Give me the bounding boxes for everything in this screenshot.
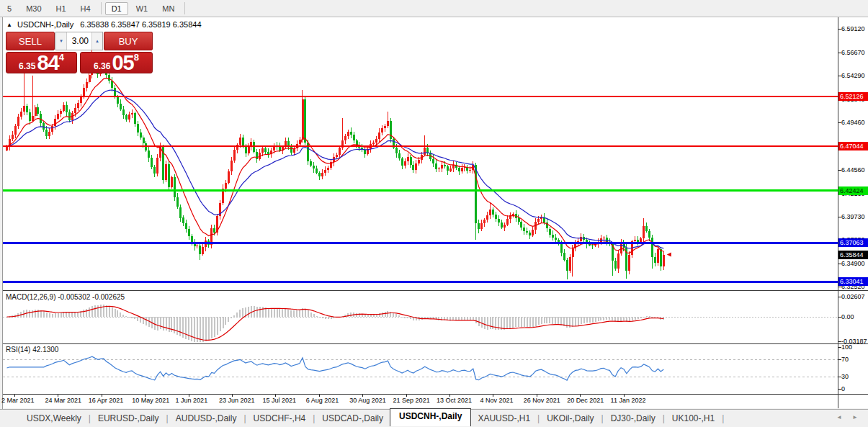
chart-tab-eurusd-daily[interactable]: EURUSD-,Daily	[91, 411, 166, 426]
x-axis-date-label: 2 Mar 2021	[1, 397, 35, 404]
chart-tab-xauusd-h1[interactable]: XAUUSD-,H1	[471, 411, 537, 426]
buy-price-big-digits: 05	[112, 53, 133, 72]
chart-tab-audusd-daily[interactable]: AUDUSD-,Daily	[169, 411, 243, 426]
price-line-label: 6.42424	[838, 186, 868, 195]
y-axis-tick: 70	[841, 355, 868, 364]
one-click-trading-panel: SELL ▼ ▲ BUY 6.35 84 4 6.36 05 8	[6, 32, 153, 73]
buy-price-display[interactable]: 6.36 05 8	[80, 52, 153, 73]
y-axis-tick: 6.54290	[841, 71, 868, 80]
y-axis-tick: 0	[841, 385, 868, 393]
buy-price-pipette: 8	[134, 53, 139, 62]
y-axis-tick: 100	[841, 343, 868, 351]
y-axis-tick: 0.02607	[841, 292, 868, 301]
timeframe-button-h4[interactable]: H4	[74, 2, 97, 15]
x-axis-date-label: 30 Aug 2021	[349, 397, 386, 404]
toolbar-separator	[184, 2, 185, 14]
timeframe-button-w1[interactable]: W1	[130, 2, 155, 15]
timeframe-button-m30[interactable]: M30	[19, 2, 48, 15]
y-axis-tick: 6.44560	[841, 166, 868, 174]
x-axis-date-label: 23 Jun 2021	[219, 397, 255, 404]
x-axis-date-label: 26 Nov 2021	[524, 397, 560, 404]
y-axis-tick: 6.39730	[841, 212, 868, 221]
x-axis-date-label: 16 Apr 2021	[89, 397, 124, 404]
tab-separator: |	[721, 413, 725, 423]
sell-price-display[interactable]: 6.35 84 4	[6, 52, 77, 73]
sell-price-big-digits: 84	[37, 53, 58, 72]
y-axis-tick: 6.56670	[841, 48, 868, 57]
chart-symbol-label: USDCNH-,Daily	[17, 20, 73, 29]
sell-price-pipette: 4	[59, 53, 64, 62]
x-axis-date-label: 11 Jan 2022	[611, 397, 646, 404]
chevron-down-icon: ▼	[59, 39, 63, 43]
y-axis-tick: 6.49460	[841, 118, 868, 127]
chart-tab-usdcnh-daily[interactable]: USDCNH-,Daily	[390, 408, 471, 426]
price-axis: 6.591206.566706.542906.518406.494606.470…	[838, 17, 868, 408]
y-axis-tick: 6.34900	[841, 259, 868, 268]
x-axis-date-label: 4 Nov 2021	[480, 397, 513, 404]
rsi-name: RSI(14)	[6, 346, 30, 354]
collapse-icon[interactable]: ▲	[6, 22, 12, 28]
chart-tab-bar: USDX,Weekly|EURUSD-,Daily|AUDUSD-,Daily|…	[0, 409, 868, 427]
sell-price-prefix: 6.35	[19, 60, 35, 72]
chart-tab-ukoil-daily[interactable]: UKOil-,Daily	[540, 411, 600, 426]
chart-tab-dj30-daily[interactable]: DJ30-,Daily	[604, 411, 662, 426]
macd-name: MACD(12,26,9)	[6, 293, 55, 301]
buy-button[interactable]: BUY	[104, 32, 153, 50]
price-line-label: 6.33041	[838, 277, 868, 286]
chevron-up-icon: ▲	[95, 39, 99, 43]
volume-input[interactable]	[67, 32, 91, 50]
timeframe-toolbar: 5M30H1H4D1W1MN	[0, 0, 868, 17]
macd-indicator-label: MACD(12,26,9) -0.005302 -0.002625	[6, 293, 125, 301]
price-line-label: 6.47044	[838, 142, 868, 150]
timeframe-button-h1[interactable]: H1	[50, 2, 73, 15]
y-axis-tick: 6.59120	[841, 24, 868, 33]
x-axis-date-label: 20 Dec 2021	[567, 397, 604, 404]
y-axis-tick: 30	[841, 372, 868, 381]
buy-price-prefix: 6.36	[94, 60, 110, 72]
price-line-label: 6.52126	[838, 92, 868, 101]
chart-tab-usdx-weekly[interactable]: USDX,Weekly	[20, 411, 88, 426]
x-axis-date-label: 6 Aug 2021	[306, 397, 339, 404]
rsi-indicator-label: RSI(14) 42.1300	[6, 346, 58, 354]
timeframe-button-mn[interactable]: MN	[156, 2, 181, 15]
toolbar-separator	[101, 2, 102, 14]
chart-title: ▲ USDCNH-,Daily 6.35838 6.35847 6.35819 …	[6, 20, 202, 29]
x-axis-date-label: 15 Jul 2021	[262, 397, 296, 404]
volume-spinner: ▼ ▲	[55, 32, 103, 50]
chart-tab-usdchf-h4[interactable]: USDCHF-,H4	[247, 411, 313, 426]
x-axis-date-label: 21 Sep 2021	[393, 397, 430, 404]
chart-tab-uk100-h1[interactable]: UK100-,H1	[666, 411, 721, 426]
macd-signal-value: -0.002625	[92, 293, 125, 301]
tab-scroll-arrows[interactable]: ◄ ►	[836, 414, 862, 421]
x-axis-date-label: 24 Mar 2021	[45, 397, 81, 404]
volume-decrease-button[interactable]: ▼	[56, 32, 67, 50]
x-axis-date-label: 13 Oct 2021	[437, 397, 472, 404]
macd-main-value: -0.005302	[58, 293, 90, 301]
volume-increase-button[interactable]: ▲	[91, 32, 102, 50]
price-line-label: 6.37063	[838, 238, 868, 247]
x-axis-date-label: 1 Jun 2021	[176, 397, 208, 404]
rsi-value: 42.1300	[32, 346, 58, 354]
x-axis-date-label: 10 May 2021	[132, 397, 169, 404]
date-axis: 2 Mar 202124 Mar 202116 Apr 202110 May 2…	[0, 395, 838, 408]
current-price-label: 6.35844	[838, 251, 868, 259]
timeframe-button-d1[interactable]: D1	[105, 2, 128, 15]
timeframe-button-5[interactable]: 5	[1, 2, 18, 15]
chart-ohlc-values: 6.35838 6.35847 6.35819 6.35844	[80, 20, 201, 29]
sell-button[interactable]: SELL	[6, 32, 55, 50]
y-axis-tick: 0.00	[841, 313, 868, 321]
chart-tab-usdcad-daily[interactable]: USDCAD-,Daily	[316, 411, 390, 426]
